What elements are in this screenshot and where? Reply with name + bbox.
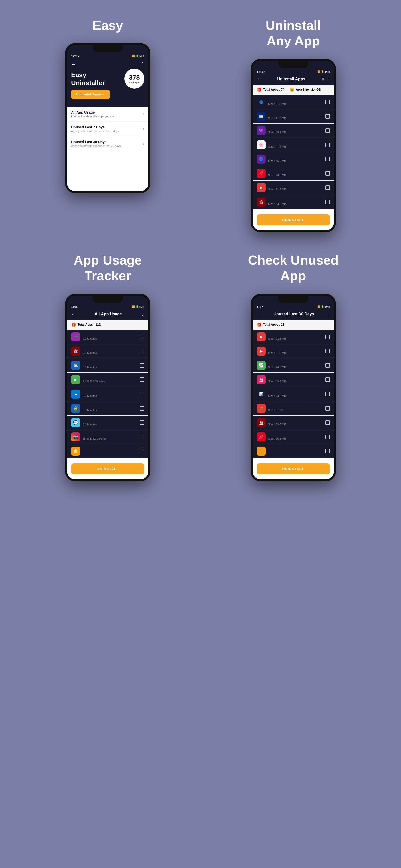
tradingview-checkbox[interactable]: [325, 392, 330, 396]
phone4-uninstall-button[interactable]: UNINSTALL: [257, 463, 330, 474]
pi-checkbox[interactable]: [325, 157, 330, 161]
phonepe-checkbox[interactable]: [325, 128, 330, 133]
google-play-checkbox[interactable]: [140, 377, 144, 382]
playit-checkbox[interactable]: [325, 185, 330, 190]
list-item[interactable]: 📌 Pinterest Size : 20.6 MB: [253, 166, 334, 181]
menu-unused-30-days[interactable]: Unused Last 30 Days Apps you haven't ope…: [67, 136, 148, 151]
list-item[interactable]: 🏦 PNB ONE Size : 83.6 MB: [253, 415, 334, 430]
list-item[interactable]: 🌸 Photos Size : 47.4 MB: [253, 138, 334, 152]
phone2-time: 12:17: [257, 70, 265, 74]
phone3-app-list: 🎮 Game Launcher 0.0 Minutes 🏦 PNB ONE 0.: [67, 330, 148, 459]
instagram-checkbox[interactable]: [140, 435, 144, 439]
list-item[interactable]: ☁ OneDrive 0.0 Minutes: [67, 387, 148, 401]
paytm-checkbox[interactable]: [325, 114, 330, 119]
cent-mobile-checkbox[interactable]: [325, 377, 330, 382]
phone4-header-title: Unused Last 30 Days: [274, 312, 314, 316]
phone4-stats: 🎁 Total Apps : 23: [253, 320, 334, 330]
cent-mobile-icon: 🏦: [257, 375, 266, 384]
easy-uninstaller-title: Easy: [92, 18, 123, 33]
easy-uninstaller-usage-icon: 🗑: [71, 447, 80, 456]
onedrive-checkbox[interactable]: [140, 392, 144, 396]
pinterest-icon: 📌: [257, 169, 266, 178]
phone2-back-arrow[interactable]: ←: [257, 77, 261, 82]
uninstall-any-app-title: UninstallAny App: [266, 18, 321, 49]
phone1-uninstall-button[interactable]: Uninsatall Apps →: [71, 90, 110, 99]
list-item[interactable]: 💳 Paytm Size : 41.9 MB: [253, 109, 334, 124]
list-item[interactable]: ▶ PLAYit Size : 21.3 MB: [253, 181, 334, 195]
menu-unused-7-days[interactable]: Unused Last 7 Days Apps you haven't open…: [67, 122, 148, 136]
list-item[interactable]: 📊 TradingView Size : 33.2 MB: [253, 387, 334, 401]
playit-icon: ▶: [257, 183, 266, 192]
easy-uninstaller-section: Easy 12:17 📶 🔋 67% ← Easy Uninstaller Un…: [15, 10, 201, 245]
phone4-back-arrow[interactable]: ←: [257, 312, 261, 317]
phone2-sort-icon[interactable]: ⇅: [321, 77, 324, 81]
list-item[interactable]: ⛅ Weather 0.0 Minutes: [67, 359, 148, 373]
easy-uninstaller-usage-checkbox[interactable]: [140, 449, 144, 454]
list-item[interactable]: 🗑 Easy Uninstaller: [67, 444, 148, 459]
jiotv-checkbox[interactable]: [325, 335, 330, 339]
phone3-back-arrow[interactable]: ←: [71, 312, 76, 317]
list-item[interactable]: ▶ PLAYit Size : 21.3 MB: [253, 344, 334, 359]
app-usage-tracker-title: App UsageTracker: [74, 252, 142, 284]
phone2-app-size: App Size : 2.4 GB: [296, 88, 321, 92]
instagram-icon: 📷: [71, 432, 80, 441]
uninstall-any-app-section: UninstallAny App 12:17 📶 🔋 66% ← Uninsta…: [201, 10, 386, 245]
phone4-menu-icon[interactable]: ⋮: [326, 312, 330, 316]
pinterest-checkbox[interactable]: [325, 171, 330, 176]
phone1-time: 12:17: [71, 54, 80, 58]
phone1-total-label: Total Apps: [129, 82, 140, 84]
list-item[interactable]: 🏦 Cent Mobile Size : 49.6 MB: [253, 373, 334, 387]
phone1-menu-icon[interactable]: ⋮: [140, 61, 144, 66]
weather-checkbox[interactable]: [140, 363, 144, 368]
list-item[interactable]: 🎮 Game Launcher 0.0 Minutes: [67, 330, 148, 344]
private-share-checkbox[interactable]: [140, 406, 144, 410]
list-item[interactable]: 🏦 PNB ONE Size : 83.6 MB: [253, 195, 334, 209]
phone3-header: ← All App Usage ⋮: [67, 310, 148, 320]
phone2-status-bar: 12:17 📶 🔋 66%: [253, 68, 334, 75]
jiotv-icon: ▶: [257, 332, 266, 341]
list-item[interactable]: 🔵 OKEN Scanner Size : 21.3 MB: [253, 95, 334, 109]
messages-checkbox[interactable]: [140, 420, 144, 425]
list-item[interactable]: 🔒 Private Share 0.0 Minutes: [67, 401, 148, 415]
list-item[interactable]: 💬 Messages 0.0 Minutes: [67, 415, 148, 430]
phone3-header-title: All App Usage: [95, 312, 122, 316]
list-item[interactable]: 📌 Pinterest Size : 20.6 MB: [253, 430, 334, 444]
list-item[interactable]: 🧮 All In One Calculator Size : 5.7 MB: [253, 401, 334, 415]
list-item[interactable]: 📷 Instagram 28.933332 Minutes: [67, 430, 148, 444]
photos-checkbox[interactable]: [325, 143, 330, 147]
phone2-app-list: 🔵 OKEN Scanner Size : 21.3 MB 💳 Paytm Si: [253, 95, 334, 209]
phone1-app-title: Easy: [71, 71, 110, 79]
pi-icon: 🔵: [257, 155, 266, 164]
list-item[interactable]: 🔵 Pi Size : 45.5 MB: [253, 152, 334, 166]
game-launcher-checkbox[interactable]: [140, 335, 144, 339]
menu-arrow-1: ›: [143, 112, 144, 116]
list-item[interactable]: 📈 Market Pulse Size : 24.2 MB: [253, 359, 334, 373]
list-item[interactable]: 🏦 PNB ONE 0.0 Minutes: [67, 344, 148, 359]
phone1-body: All App Usage Information about the apps…: [67, 107, 148, 191]
list-item[interactable]: ▶ Google Play Store 9.466666 Minutes: [67, 373, 148, 387]
pnb-one-icon: 🏦: [257, 197, 266, 207]
playit2-checkbox[interactable]: [325, 349, 330, 353]
oken-scanner-icon: 🔵: [257, 97, 266, 106]
market-pulse-checkbox[interactable]: [325, 363, 330, 368]
list-item[interactable]: ▶ JioTV Size : 23.5 MB: [253, 330, 334, 344]
pnb-one-checkbox[interactable]: [325, 200, 330, 204]
phone3-status-bar: 1:46 📶 🔋 59%: [67, 303, 148, 310]
phone3-uninstall-button[interactable]: UNINSTALL: [71, 463, 144, 474]
all-in-one-calc-icon: 🧮: [257, 404, 266, 413]
pnb-one2-checkbox[interactable]: [325, 420, 330, 425]
all-in-one-calc-checkbox[interactable]: [325, 406, 330, 410]
menu-item-3-title: Unused Last 30 Days: [71, 140, 121, 144]
oken-scanner-checkbox[interactable]: [325, 100, 330, 104]
phone2-uninstall-button[interactable]: UNINSTALL: [257, 214, 330, 225]
phone1-back-arrow[interactable]: ←: [71, 61, 110, 67]
amazon-seller-checkbox[interactable]: [325, 449, 330, 454]
phone1-status-bar: 12:17 📶 🔋 67%: [67, 52, 148, 59]
list-item[interactable]: 💜 PhonePe Size : 48.2 MB: [253, 124, 334, 138]
pinterest2-checkbox[interactable]: [325, 435, 330, 439]
phone3-menu-icon[interactable]: ⋮: [141, 312, 144, 316]
menu-all-app-usage[interactable]: All App Usage Information about the apps…: [67, 107, 148, 122]
phone2-menu-icon[interactable]: ⋮: [326, 77, 330, 81]
list-item[interactable]: 🛒 Amazon Seller: [253, 444, 334, 459]
pnb-one-usage-checkbox[interactable]: [140, 349, 144, 353]
